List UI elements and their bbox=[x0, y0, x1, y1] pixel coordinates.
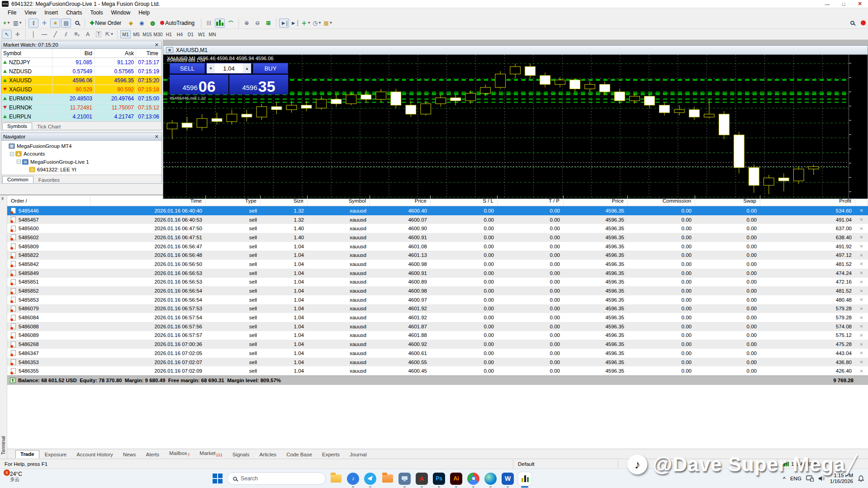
market-watch-row-eurnok[interactable]: EURNOK11.7248111.7500707:15:12 bbox=[1, 103, 161, 112]
chart-shift-icon[interactable]: ►┆ bbox=[290, 19, 300, 28]
chart-canvas[interactable]: XAUUSD,M1 4596.46 4596.84 4595.94 4596.0… bbox=[163, 55, 868, 199]
navigator-item[interactable]: −▤MegaFusionGroup-Live 1 bbox=[3, 158, 161, 166]
order-row-5485602[interactable]: 54856022026.01.16 06:47:51sell1.40xauusd… bbox=[7, 233, 868, 242]
terminal-tab-mailbox[interactable]: Mailbox7 bbox=[165, 450, 194, 459]
trendline-tool-icon[interactable]: ╱ bbox=[50, 30, 60, 39]
close-order-button[interactable]: ✕ bbox=[855, 215, 868, 224]
market-watch-col-ask[interactable]: Ask bbox=[95, 49, 136, 58]
zoom-out-icon[interactable]: ⊖ bbox=[252, 19, 262, 28]
order-row-5485842[interactable]: 54858422026.01.16 06:56:50sell1.04xauusd… bbox=[7, 260, 868, 269]
taskbar-icon-photoshop[interactable]: Ps bbox=[432, 472, 446, 485]
chart-plot[interactable]: XAUUSD,M1 4596.46 4596.84 4595.94 4596.0… bbox=[163, 55, 849, 199]
line-chart-mode-icon[interactable]: ⌒ bbox=[226, 19, 236, 28]
terminal-close-icon[interactable]: x bbox=[1, 196, 4, 201]
taskbar-icon-files-folder[interactable] bbox=[381, 472, 394, 485]
close-order-button[interactable]: ✕ bbox=[855, 269, 868, 278]
market-watch-row-xauusd[interactable]: XAUUSD4596.064596.3507:15:20 bbox=[1, 76, 161, 85]
periods-icon[interactable]: ◷▼ bbox=[312, 19, 322, 28]
arrows-tool-icon[interactable]: ⇱▼ bbox=[104, 30, 114, 39]
close-order-button[interactable]: ✕ bbox=[855, 358, 868, 367]
market-watch-close-icon[interactable]: ✕ bbox=[154, 42, 160, 48]
zoom-in-icon[interactable]: ⊕ bbox=[242, 19, 251, 28]
minimize-button[interactable]: — bbox=[819, 0, 835, 8]
order-row-5486355[interactable]: 54863552026.01.16 07:02:09sell1.04xauusd… bbox=[7, 366, 868, 375]
market-watch-row-nzdusd[interactable]: NZDUSD0.575490.5756507:15:19 bbox=[1, 67, 161, 76]
order-row-5485809[interactable]: 54858092026.01.16 06:56:47sell1.04xauusd… bbox=[7, 242, 868, 251]
close-order-button[interactable]: ✕ bbox=[855, 286, 868, 295]
taskbar-icon-chrome[interactable] bbox=[467, 472, 480, 485]
autotrading-button[interactable]: AutoTrading bbox=[158, 19, 198, 28]
close-order-button[interactable]: ✕ bbox=[855, 242, 868, 251]
menu-view[interactable]: View bbox=[20, 9, 40, 17]
sell-button[interactable]: SELL bbox=[170, 63, 205, 74]
order-row-5486353[interactable]: 54863532026.01.16 07:02:07sell1.04xauusd… bbox=[7, 358, 868, 367]
market-watch-row-eurmxn[interactable]: EURMXN20.4850320.4976407:15:00 bbox=[1, 94, 161, 103]
signals-icon[interactable]: ◍ bbox=[147, 19, 157, 28]
taskbar-icon-edge[interactable] bbox=[484, 472, 497, 485]
menu-window[interactable]: Window bbox=[107, 9, 135, 17]
fibonacci-tool-icon[interactable]: ≣F bbox=[72, 30, 82, 39]
timeframe-h4[interactable]: H4 bbox=[175, 30, 185, 38]
timeframe-m30[interactable]: M30 bbox=[153, 30, 163, 38]
market-watch-toggle-icon[interactable]: ▲▼ bbox=[28, 19, 38, 28]
close-order-button[interactable]: ✕ bbox=[855, 331, 868, 340]
timeframe-m15[interactable]: M15 bbox=[142, 30, 152, 38]
close-order-button[interactable]: ✕ bbox=[855, 206, 868, 215]
tab-tick-chart[interactable]: Tick Chart bbox=[33, 123, 65, 130]
close-order-button[interactable]: ✕ bbox=[855, 233, 868, 242]
timeframe-h1[interactable]: H1 bbox=[164, 30, 174, 38]
close-order-button[interactable]: ✕ bbox=[855, 304, 868, 313]
market-watch-row-xagusd[interactable]: XAGUSD90.52990.59207:15:18 bbox=[1, 85, 161, 94]
terminal-tab-trade[interactable]: Trade bbox=[15, 450, 39, 459]
search-icon[interactable] bbox=[847, 19, 857, 28]
order-row-5486268[interactable]: 54862682026.01.16 07:00:36sell1.04xauusd… bbox=[7, 340, 868, 349]
tab-common[interactable]: Common bbox=[2, 176, 33, 183]
tray-chevron-icon[interactable]: ^ bbox=[783, 475, 786, 482]
terminal-tab-journal[interactable]: Journal bbox=[345, 451, 371, 459]
tile-windows-icon[interactable]: ⊞ bbox=[263, 19, 273, 28]
display-icon[interactable] bbox=[806, 475, 814, 482]
cursor-tool-icon[interactable]: ↖ bbox=[2, 30, 12, 39]
menu-insert[interactable]: Insert bbox=[40, 9, 62, 17]
chart-window-titlebar[interactable]: ▦ XAUUSD,M1 bbox=[163, 46, 868, 55]
menu-file[interactable]: File bbox=[4, 9, 20, 17]
volume-up-stepper[interactable]: ▲ bbox=[243, 63, 251, 73]
crosshair-tool-icon[interactable]: ✛ bbox=[13, 30, 23, 39]
order-row-5485853[interactable]: 54858532026.01.16 06:56:54sell1.04xauusd… bbox=[7, 295, 868, 304]
tree-expander-icon[interactable]: − bbox=[17, 160, 21, 164]
taskbar-icon-remote-desktop[interactable] bbox=[398, 472, 411, 485]
timeframe-mn[interactable]: MN bbox=[207, 30, 218, 38]
tree-expander-icon[interactable]: − bbox=[10, 152, 14, 156]
timeframe-d1[interactable]: D1 bbox=[185, 30, 196, 38]
order-row-5485600[interactable]: 54856002026.01.16 06:47:50sell1.40xauusd… bbox=[7, 224, 868, 233]
taskbar-icon-file-explorer[interactable] bbox=[329, 472, 342, 485]
terminal-tab-code-base[interactable]: Code Base bbox=[282, 451, 317, 459]
bar-chart-mode-icon[interactable]: ||| bbox=[204, 19, 214, 28]
market-watch-col-time[interactable]: Time bbox=[136, 49, 161, 58]
close-button[interactable]: ✕ bbox=[852, 0, 868, 8]
orders-col-order-[interactable]: Order / bbox=[7, 195, 90, 206]
start-button[interactable] bbox=[212, 473, 223, 484]
navigator-item[interactable]: ▦MegaFusionGroup MT4 bbox=[3, 142, 161, 150]
language-indicator[interactable]: ENG bbox=[790, 476, 802, 481]
taskbar-icon-mt4[interactable] bbox=[518, 472, 531, 485]
terminal-tab-articles[interactable]: Articles bbox=[255, 451, 281, 459]
timeframe-w1[interactable]: W1 bbox=[196, 30, 207, 38]
vertical-line-tool-icon[interactable]: │ bbox=[28, 30, 38, 39]
terminal-tab-exposure[interactable]: Exposure bbox=[40, 451, 71, 459]
horizontal-line-tool-icon[interactable]: — bbox=[39, 30, 49, 39]
profiles-icon[interactable]: ▥▼ bbox=[13, 19, 23, 28]
order-row-5486088[interactable]: 54860882026.01.16 06:57:56sell1.04xauusd… bbox=[7, 322, 868, 331]
taskbar-icon-illustrator[interactable]: Ai bbox=[450, 472, 463, 485]
timeframe-m1[interactable]: M1 bbox=[120, 30, 131, 38]
clock[interactable]: 1:15 PM 1/16/2026 bbox=[830, 473, 853, 484]
weather-widget[interactable]: 6 24°C 多云 bbox=[3, 470, 22, 482]
taskbar-icon-acrobat[interactable]: A bbox=[415, 472, 428, 485]
navigator-toggle-icon[interactable]: ★ bbox=[50, 19, 60, 28]
maximize-button[interactable]: □ bbox=[835, 0, 852, 8]
navigator-item[interactable]: ♙6941322: LEE YI bbox=[3, 166, 161, 174]
close-order-button[interactable]: ✕ bbox=[855, 224, 868, 233]
buy-button[interactable]: BUY bbox=[253, 63, 288, 74]
close-order-button[interactable]: ✕ bbox=[855, 340, 868, 349]
data-window-icon[interactable]: ✛ bbox=[39, 19, 49, 28]
